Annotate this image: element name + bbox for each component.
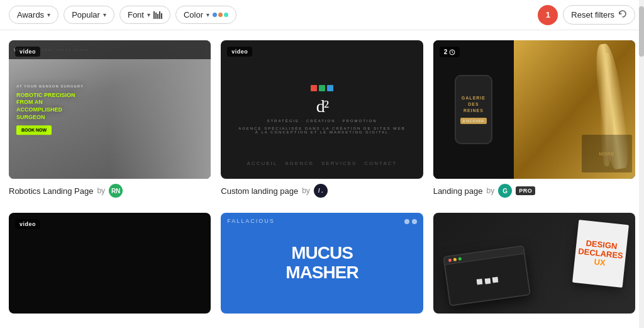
color-chevron-icon: ▾ (206, 11, 209, 18)
d2-tagline: STRATÉGIE · CRÉATION · PROMOTIONAgence s… (238, 119, 406, 134)
badge-count: 1 (546, 10, 550, 20)
color-dots (213, 13, 228, 17)
thumb-black: video (9, 213, 211, 314)
font-label: Font (128, 10, 144, 20)
video-tag-custom: video (227, 47, 252, 57)
gallery-item-robotics[interactable]: video video | ····· ····· ····· At Your … (9, 40, 211, 203)
gallery-item-design[interactable]: ⬜ ⬜ ⬜ DESIGNDECLARES UX (433, 213, 635, 319)
card-by-galerie: by (486, 186, 494, 195)
gallery-item-black[interactable]: video (9, 213, 211, 319)
svg-rect-1 (155, 13, 157, 19)
card-by-robotics: by (97, 186, 105, 195)
color-dot-orange (218, 13, 223, 17)
color-label: Color (184, 10, 203, 20)
reset-label: Reset filters (571, 10, 614, 20)
font-chevron-icon: ▾ (147, 11, 150, 18)
svg-rect-2 (157, 14, 158, 19)
reset-filters-btn[interactable]: Reset filters (563, 5, 635, 25)
mucus-text: MUCUSMASHER (286, 244, 358, 283)
color-dot-blue (213, 13, 217, 17)
popular-label: Popular (72, 10, 100, 20)
card-title-robotics: Robotics Landing Page (9, 186, 93, 196)
pro-badge-galerie: PRO (516, 186, 535, 195)
card-by-custom: by (302, 186, 310, 195)
card-info-custom: Custom landing page by / . (221, 184, 423, 198)
gallery-item-galerie[interactable]: 2 GALERIEDESREINES DISCOVER MORE (433, 40, 635, 203)
scrollbar-track[interactable] (639, 0, 644, 328)
awards-label: Awards (17, 10, 44, 20)
card-info-robotics: Robotics Landing Page by RN (9, 184, 211, 198)
reset-icon (618, 9, 627, 20)
custom-color-bar (311, 85, 333, 91)
awards-chevron-icon: ▾ (47, 11, 50, 18)
popular-filter-btn[interactable]: Popular ▾ (64, 6, 114, 24)
avatar-galerie: G (498, 184, 512, 198)
font-icon (153, 11, 162, 19)
card-info-galerie: Landing page by G PRO (433, 184, 635, 198)
svg-rect-4 (161, 13, 162, 19)
card-title-galerie: Landing page (433, 186, 483, 196)
svg-rect-3 (159, 11, 160, 19)
gallery-item-custom[interactable]: video d² STRATÉGIE · CRÉATION · PROMOTIO… (221, 40, 423, 203)
gallery-grid: video video | ····· ····· ····· At Your … (0, 30, 644, 328)
active-filters-badge[interactable]: 1 (538, 5, 558, 25)
video-tag-black: video (15, 219, 40, 229)
color-dot-teal (224, 13, 228, 17)
popular-chevron-icon: ▾ (103, 11, 106, 18)
font-filter-btn[interactable]: Font ▾ (119, 6, 170, 24)
thumb-galerie: 2 GALERIEDESREINES DISCOVER MORE (433, 40, 635, 179)
d2-logo: d² (316, 96, 328, 116)
thumb-mucus: fallacious MUCUSMASHER MUCUS (221, 213, 423, 314)
awards-filter-btn[interactable]: Awards ▾ (9, 6, 58, 24)
video-tag-robotics: video (15, 47, 40, 57)
scrollbar-thumb[interactable] (639, 6, 644, 57)
gallery-item-mucus[interactable]: fallacious MUCUSMASHER MUCUS (221, 213, 423, 319)
svg-rect-0 (153, 11, 155, 19)
thumb-robotics: video video | ····· ····· ····· At Your … (9, 40, 211, 179)
color-filter-btn[interactable]: Color ▾ (175, 6, 236, 24)
num-tag-galerie: 2 (440, 47, 460, 57)
avatar-custom: / . (314, 184, 328, 198)
thumb-custom: video d² STRATÉGIE · CRÉATION · PROMOTIO… (221, 40, 423, 179)
thumb-design: ⬜ ⬜ ⬜ DESIGNDECLARES UX (433, 213, 635, 314)
card-title-custom: Custom landing page (221, 186, 298, 196)
avatar-robotics: RN (109, 184, 123, 198)
filter-bar: Awards ▾ Popular ▾ Font ▾ Color ▾ 1 (0, 0, 644, 30)
